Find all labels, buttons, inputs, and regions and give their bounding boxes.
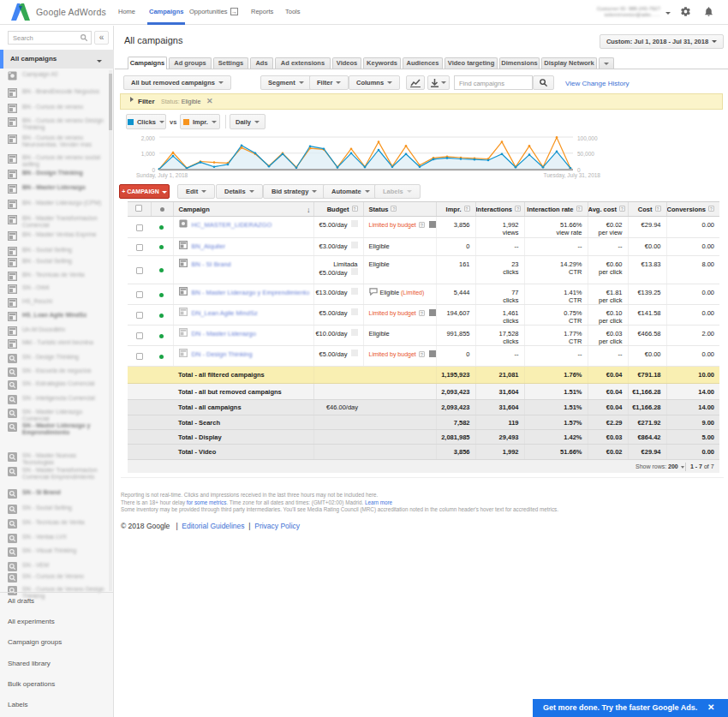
- svg-text:Tuesday, July 31, 2018: Tuesday, July 31, 2018: [544, 172, 601, 179]
- svg-text:2,000: 2,000: [141, 135, 156, 141]
- svg-text:Sunday, July 1, 2018: Sunday, July 1, 2018: [136, 172, 188, 179]
- svg-text:100,000: 100,000: [577, 135, 598, 141]
- svg-text:1,000: 1,000: [141, 151, 156, 157]
- svg-text:50,000: 50,000: [577, 151, 594, 157]
